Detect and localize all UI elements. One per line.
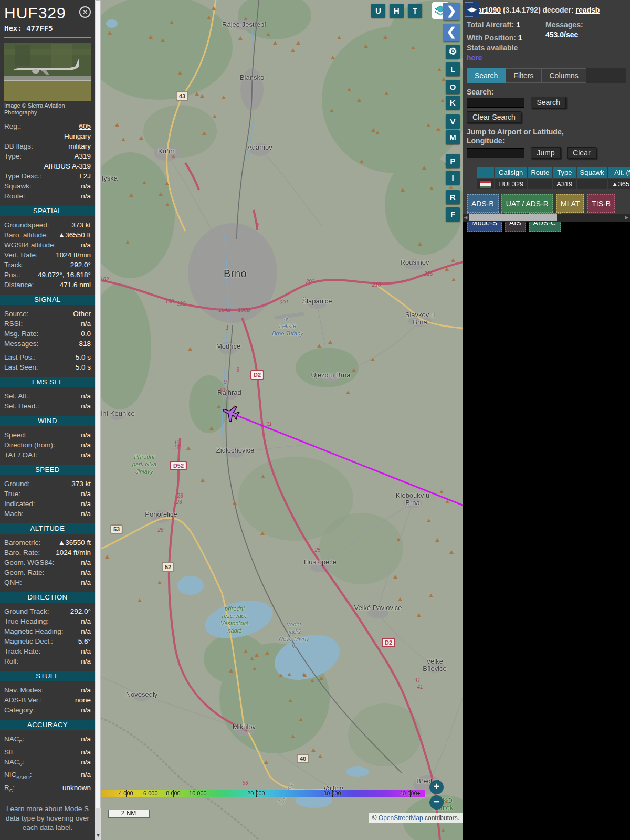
legend-tis-b[interactable]: TIS-B (587, 194, 615, 213)
data-row-label: NACV: (4, 757, 24, 770)
alt-cell: ▲36550 (608, 179, 630, 189)
map-expand-right-icon[interactable]: ❯ (443, 3, 460, 20)
map-button-v[interactable]: V (446, 114, 460, 129)
clear-search-row: Clear Search (467, 111, 626, 123)
osm-link[interactable]: OpenStreetMap (379, 814, 423, 822)
column-header-Type[interactable]: Type (553, 167, 575, 178)
info-row: Type:A319 (4, 151, 91, 161)
data-row-value: n/a (81, 319, 91, 329)
data-row-label: Speed: (4, 430, 27, 440)
readsb-link[interactable]: readsb (575, 6, 600, 14)
aircraft-hex: Hex: 477FF5 (4, 24, 91, 33)
map-button-p[interactable]: P (446, 154, 460, 168)
zoom-out-button[interactable]: − (429, 795, 444, 810)
data-row-label: Geom. Rate: (4, 568, 45, 578)
search-button[interactable]: Search (531, 97, 565, 108)
search-input[interactable] (467, 98, 524, 108)
data-row-value: n/a (81, 499, 91, 509)
data-row: Messages:818 (4, 339, 91, 349)
data-row: Indicated:n/a (4, 499, 91, 509)
data-row-label: Sel. Head.: (4, 401, 39, 411)
panel-collapse-toggle[interactable]: ◀▶ (465, 2, 479, 17)
scrollbar-thumb[interactable] (469, 214, 557, 221)
data-row: NICBARO:n/a (4, 770, 91, 783)
data-row-value: n/a (81, 734, 91, 747)
zoom-in-button[interactable]: + (429, 780, 444, 794)
data-row-value: ▲36550 ft (58, 538, 91, 548)
sidebar-scrollbar-thumb[interactable] (96, 0, 101, 808)
section-header-speed: SPEED (0, 465, 95, 475)
legend-ads-b[interactable]: ADS-B (467, 194, 499, 213)
data-row-value: n/a (81, 568, 91, 578)
table-horizontal-scrollbar[interactable]: ◀ ▶ (463, 214, 630, 222)
with-position: With Position: 1 (467, 33, 545, 43)
data-row-label: Baro. altitude: (4, 230, 48, 240)
data-row: Groundspeed:373 kt (4, 220, 91, 230)
jump-button[interactable]: Jump (531, 147, 560, 159)
data-row-value: ▲36550 ft (58, 230, 91, 240)
column-header-Route[interactable]: Route (528, 167, 552, 178)
column-header-Squawk[interactable]: Squawk (577, 167, 607, 178)
callsign-cell[interactable]: HUF329 (495, 179, 527, 189)
scroll-right-arrow[interactable]: ▶ (624, 214, 630, 222)
tab-search[interactable]: Search (467, 68, 506, 83)
clear-search-button[interactable]: Clear Search (467, 111, 521, 123)
row-spacer (4, 349, 91, 352)
map-button-m[interactable]: M (446, 130, 460, 144)
map-collapse-left-icon[interactable]: ❮ (443, 24, 460, 41)
legend-mlat[interactable]: MLAT (556, 194, 584, 213)
decoder-label: decoder: (542, 6, 573, 14)
table-row[interactable]: HUF329 A319 ▲36550 (477, 179, 630, 189)
map-button-l[interactable]: L (446, 62, 460, 76)
data-row-value: n/a (81, 616, 91, 626)
map-button-k[interactable]: K (446, 96, 460, 110)
data-row-label: Msg. Rate: (4, 329, 38, 339)
close-icon[interactable]: ✕ (79, 6, 91, 18)
info-row-value[interactable]: 605 (79, 121, 91, 131)
jump-row: Jump Clear (467, 147, 626, 159)
data-row: Direction (from):n/a (4, 440, 91, 450)
info-row-label: Squawk: (4, 181, 32, 191)
data-row-label: True Heading: (4, 616, 49, 626)
data-row-label: Barometric: (4, 538, 40, 548)
data-row-value: n/a (81, 646, 91, 656)
map-button-u[interactable]: U (371, 4, 385, 18)
map-button-r[interactable]: R (446, 190, 460, 204)
tab-filters[interactable]: Filters (506, 68, 541, 83)
data-row-value: n/a (81, 558, 91, 568)
data-row-label: Category: (4, 705, 35, 715)
sidebar-scrollbar-down-arrow[interactable]: ▼ (95, 832, 101, 839)
map-button-h[interactable]: H (390, 4, 404, 18)
map-canvas[interactable]: Rájec-JestřebíBlanskoKuřimAdamovítýškaBr… (101, 0, 463, 840)
legend-uat-ads-r[interactable]: UAT / ADS-R (501, 194, 553, 213)
column-header-Alt. (ft)[interactable]: Alt. (ft) (608, 167, 630, 178)
info-row-label: Route: (4, 191, 25, 201)
scroll-left-arrow[interactable]: ◀ (463, 214, 469, 222)
data-row: RC:unknown (4, 783, 91, 796)
info-row: Reg.:605 (4, 121, 91, 131)
info-row-label: Type: (4, 151, 22, 161)
panel-tabs: SearchFiltersColumns (467, 68, 626, 83)
data-row-label: Groundspeed: (4, 220, 49, 230)
stats-here-link[interactable]: here (467, 54, 482, 62)
column-header-Callsign[interactable]: Callsign (495, 167, 527, 178)
alt-tick-label: 4 000 (119, 790, 133, 796)
data-row-label: Distance: (4, 280, 34, 290)
map-button-i[interactable]: I (446, 171, 460, 185)
section-header-altitude: ALTITUDE (0, 523, 95, 534)
jump-input[interactable] (467, 148, 524, 158)
data-row-label: Sel. Alt.: (4, 391, 30, 401)
aircraft-detail-sidebar: HUF329 ✕ Hex: 477FF5 Image © Sierra Avia… (0, 0, 95, 840)
data-row-label: Pos.: (4, 270, 20, 280)
settings-gear-icon[interactable]: ⚙ (446, 45, 460, 59)
sidebar-scrollbar[interactable]: ▼ (95, 0, 101, 840)
data-row-label: NICBARO: (4, 770, 32, 783)
map-button-f[interactable]: F (446, 207, 460, 222)
data-row-value: none (75, 695, 91, 705)
map-button-o[interactable]: O (446, 80, 460, 94)
column-header-flag[interactable] (477, 167, 494, 178)
map-button-t[interactable]: T (408, 4, 422, 18)
tab-columns[interactable]: Columns (541, 68, 586, 83)
alt-tick-label: 8 000 (166, 790, 181, 796)
clear-button[interactable]: Clear (567, 147, 596, 159)
